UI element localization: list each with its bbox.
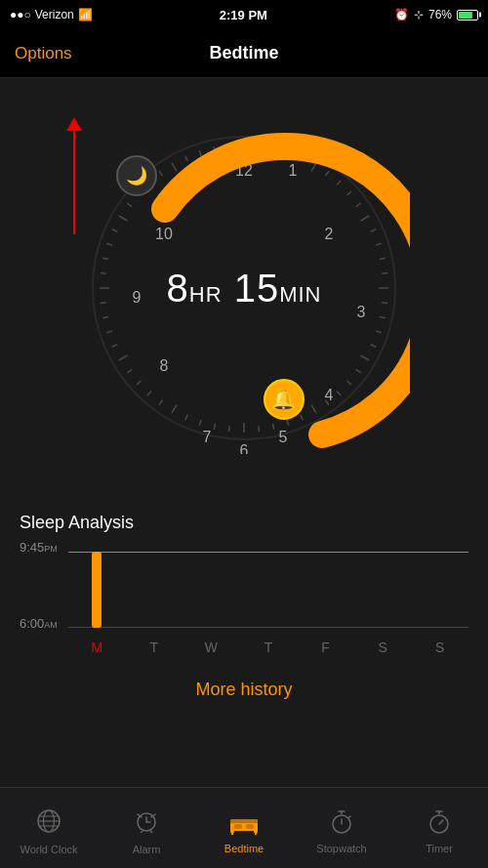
tab-timer-label: Timer: [426, 843, 453, 854]
sleep-duration-display: 8HR 15MIN: [167, 267, 322, 310]
bar-mon: [92, 552, 102, 628]
svg-line-84: [150, 831, 152, 833]
sleep-analysis-section: Sleep Analysis 9:45PM 6:00AM: [0, 498, 488, 655]
svg-text:1: 1: [289, 162, 298, 179]
bluetooth-icon: ⊹: [414, 8, 424, 21]
alarm-icon: [134, 808, 159, 840]
day-col-tue: [126, 552, 183, 628]
day-col-thu: [240, 552, 298, 628]
world-clock-icon: [36, 808, 61, 840]
wake-handle[interactable]: 🔔: [264, 379, 305, 420]
tab-world-clock-label: World Clock: [20, 844, 77, 855]
day-label-tue: T: [126, 640, 183, 655]
svg-line-99: [439, 820, 443, 824]
svg-line-30: [259, 426, 260, 432]
battery-percent: 76%: [428, 8, 452, 21]
tab-alarm[interactable]: Alarm: [98, 801, 195, 855]
svg-line-32: [229, 426, 230, 432]
wifi-icon: 📶: [78, 8, 93, 21]
tab-stopwatch-label: Stopwatch: [316, 843, 366, 854]
battery-fill: [459, 12, 472, 19]
day-col-fri: [297, 552, 354, 628]
dots-icon: ●●○: [10, 8, 31, 21]
svg-rect-87: [254, 823, 258, 833]
day-label-mon: M: [68, 640, 126, 655]
day-col-sat: [354, 552, 412, 628]
day-col-sun: [411, 552, 468, 628]
svg-text:7: 7: [203, 429, 212, 445]
svg-text:6: 6: [240, 442, 249, 454]
sleep-duration-text: 8HR 15MIN: [167, 267, 322, 310]
tab-timer[interactable]: Timer: [390, 802, 488, 854]
sleep-handle[interactable]: 🌙: [116, 155, 157, 196]
tab-bedtime-label: Bedtime: [224, 843, 264, 854]
day-label-wed: W: [183, 640, 240, 655]
timer-icon: [427, 809, 452, 839]
day-labels-row: M T W T F S S: [68, 640, 468, 655]
svg-rect-86: [230, 823, 234, 833]
chart-top-label: 9:45PM: [20, 540, 58, 555]
day-bars-container: [68, 552, 468, 628]
hours-value: 8: [167, 267, 189, 310]
svg-text:3: 3: [357, 304, 366, 320]
header: Options Bedtime: [0, 29, 488, 78]
chart-bottom-label: 6:00AM: [20, 616, 58, 631]
svg-text:10: 10: [155, 226, 173, 242]
status-time: 2:19 PM: [220, 8, 267, 22]
day-col-wed: [183, 552, 240, 628]
svg-text:2: 2: [325, 226, 334, 242]
svg-line-83: [141, 831, 142, 833]
svg-text:4: 4: [325, 387, 334, 403]
status-left: ●●○ Verizon 📶: [10, 8, 93, 21]
status-right: ⏰ ⊹ 76%: [394, 8, 478, 21]
tab-world-clock[interactable]: World Clock: [0, 801, 98, 855]
day-label-sat: S: [354, 640, 412, 655]
svg-rect-88: [234, 824, 242, 829]
day-label-sun: S: [411, 640, 468, 655]
svg-line-47: [101, 273, 106, 274]
min-unit: MIN: [279, 282, 321, 307]
svg-line-17: [382, 303, 387, 304]
svg-text:5: 5: [279, 429, 288, 445]
day-col-mon: [68, 552, 126, 628]
sleep-chart: 9:45PM 6:00AM: [20, 538, 468, 655]
tab-alarm-label: Alarm: [133, 844, 161, 855]
minutes-value: 15: [234, 267, 280, 310]
options-button[interactable]: Options: [15, 44, 72, 63]
sleep-analysis-title: Sleep Analysis: [20, 513, 468, 533]
stopwatch-icon: [329, 809, 354, 839]
main-content: 12 2 3 4 5 6 10 9 8 7 1 11 🌙: [0, 78, 488, 715]
day-label-thu: T: [240, 640, 298, 655]
status-bar: ●●○ Verizon 📶 2:19 PM ⏰ ⊹ 76%: [0, 0, 488, 29]
tab-stopwatch[interactable]: Stopwatch: [293, 802, 390, 854]
tab-bar: World Clock Alarm: [0, 787, 488, 868]
red-arrow-indicator: [73, 127, 75, 234]
svg-line-45: [101, 303, 106, 304]
svg-rect-89: [246, 824, 254, 829]
battery-icon: [457, 10, 478, 21]
tab-bedtime[interactable]: Bedtime: [195, 802, 293, 854]
svg-rect-92: [230, 819, 258, 824]
svg-line-15: [382, 273, 387, 274]
day-label-fri: F: [297, 640, 354, 655]
svg-line-97: [348, 816, 350, 818]
svg-text:9: 9: [133, 289, 142, 306]
page-title: Bedtime: [209, 43, 278, 63]
clock-area: 12 2 3 4 5 6 10 9 8 7 1 11 🌙: [0, 78, 488, 498]
more-history-button[interactable]: More history: [0, 655, 488, 715]
alarm-status-icon: ⏰: [394, 8, 409, 21]
clock-ring[interactable]: 12 2 3 4 5 6 10 9 8 7 1 11 🌙: [78, 122, 410, 454]
hr-unit: HR: [189, 282, 223, 307]
svg-text:8: 8: [160, 357, 169, 374]
bedtime-icon: [228, 809, 260, 839]
carrier-label: Verizon: [35, 8, 74, 21]
